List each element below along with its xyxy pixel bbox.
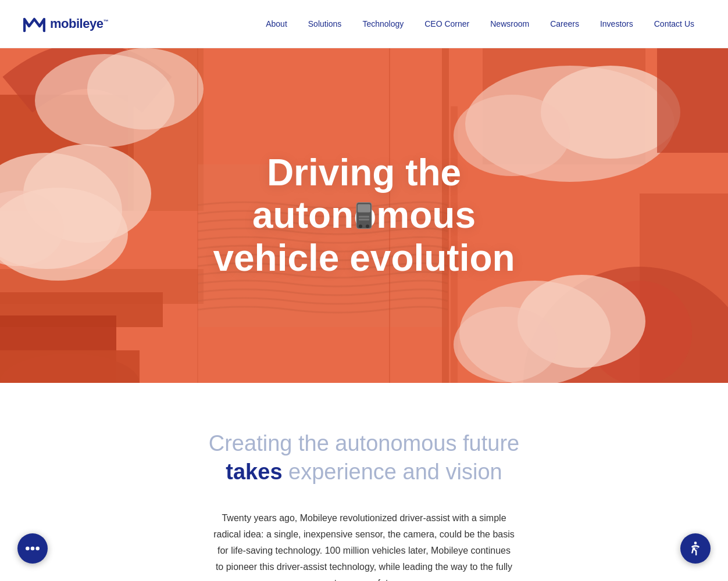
brand-name: mobileye™ [50, 16, 108, 31]
nav-links: About Solutions Technology CEO Corner Ne… [255, 0, 705, 48]
svg-rect-33 [359, 219, 369, 221]
section-content: Creating the autonomous future takes exp… [102, 383, 626, 581]
hero-section: Driving the autonomous vehicle evolution [0, 48, 728, 383]
accessibility-button[interactable] [680, 533, 711, 564]
svg-rect-31 [358, 205, 370, 213]
logo-icon [23, 15, 45, 33]
section-subtitle: Creating the autonomous future takes exp… [126, 429, 602, 487]
nav-solutions[interactable]: Solutions [298, 0, 352, 48]
nav-technology[interactable]: Technology [352, 0, 414, 48]
intro-section: Creating the autonomous future takes exp… [0, 383, 728, 581]
nav-ceo-corner[interactable]: CEO Corner [414, 0, 480, 48]
svg-point-40 [35, 547, 40, 551]
svg-point-35 [366, 225, 369, 228]
svg-rect-32 [359, 216, 369, 218]
nav-contact-us[interactable]: Contact Us [644, 0, 705, 48]
chat-button[interactable] [17, 533, 48, 564]
nav-newsroom[interactable]: Newsroom [480, 0, 540, 48]
hero-car-icon [352, 200, 376, 232]
svg-point-36 [694, 541, 697, 544]
nav-careers[interactable]: Careers [540, 0, 590, 48]
nav-investors[interactable]: Investors [590, 0, 644, 48]
logo-link[interactable]: mobileye™ [23, 15, 108, 33]
svg-point-38 [26, 547, 30, 551]
main-nav: mobileye™ About Solutions Technology CEO… [0, 0, 728, 48]
section-body: Twenty years ago, Mobileye revolutionize… [213, 510, 515, 581]
svg-point-34 [359, 225, 362, 228]
nav-about[interactable]: About [255, 0, 298, 48]
svg-point-39 [31, 547, 35, 551]
